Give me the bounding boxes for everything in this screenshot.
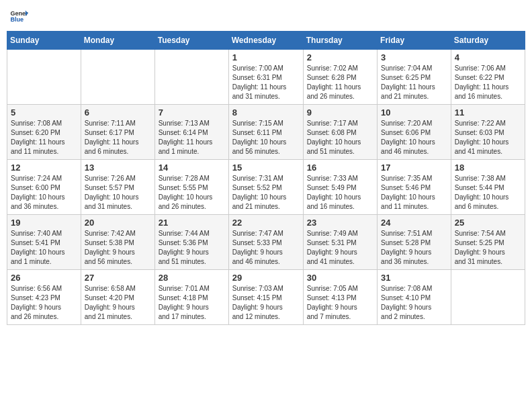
calendar-cell: 24Sunrise: 7:51 AM Sunset: 5:28 PM Dayli… xyxy=(378,215,451,270)
calendar-cell: 9Sunrise: 7:17 AM Sunset: 6:08 PM Daylig… xyxy=(303,105,377,160)
calendar-cell: 21Sunrise: 7:44 AM Sunset: 5:36 PM Dayli… xyxy=(154,215,228,270)
day-number: 11 xyxy=(455,107,521,118)
day-info: Sunrise: 7:35 AM Sunset: 5:46 PM Dayligh… xyxy=(381,174,447,212)
day-info: Sunrise: 7:51 AM Sunset: 5:28 PM Dayligh… xyxy=(381,229,447,267)
calendar-cell: 15Sunrise: 7:31 AM Sunset: 5:52 PM Dayli… xyxy=(228,160,303,215)
day-number: 20 xyxy=(85,218,151,228)
week-row-3: 12Sunrise: 7:24 AM Sunset: 6:00 PM Dayli… xyxy=(7,160,525,215)
calendar-cell: 20Sunrise: 7:42 AM Sunset: 5:38 PM Dayli… xyxy=(81,215,154,270)
day-number: 30 xyxy=(307,273,373,283)
day-number: 25 xyxy=(455,218,521,228)
day-number: 1 xyxy=(232,52,300,62)
calendar-cell: 10Sunrise: 7:20 AM Sunset: 6:06 PM Dayli… xyxy=(378,105,451,160)
day-info: Sunrise: 7:40 AM Sunset: 5:41 PM Dayligh… xyxy=(11,229,77,267)
day-number: 26 xyxy=(11,273,77,283)
weekday-row: SundayMondayTuesdayWednesdayThursdayFrid… xyxy=(7,32,525,50)
calendar-cell: 3Sunrise: 7:04 AM Sunset: 6:25 PM Daylig… xyxy=(378,50,451,105)
day-number: 15 xyxy=(232,163,300,173)
calendar-cell: 2Sunrise: 7:02 AM Sunset: 6:28 PM Daylig… xyxy=(303,50,377,105)
calendar-cell xyxy=(7,50,81,105)
day-info: Sunrise: 7:54 AM Sunset: 5:25 PM Dayligh… xyxy=(455,229,521,267)
day-info: Sunrise: 7:22 AM Sunset: 6:03 PM Dayligh… xyxy=(455,119,521,156)
day-number: 7 xyxy=(159,107,225,118)
day-number: 21 xyxy=(159,218,225,228)
day-info: Sunrise: 7:24 AM Sunset: 6:00 PM Dayligh… xyxy=(11,174,77,212)
calendar-cell: 22Sunrise: 7:47 AM Sunset: 5:33 PM Dayli… xyxy=(228,215,303,270)
week-row-5: 26Sunrise: 6:56 AM Sunset: 4:23 PM Dayli… xyxy=(7,270,525,325)
day-info: Sunrise: 7:17 AM Sunset: 6:08 PM Dayligh… xyxy=(307,119,373,156)
day-number: 31 xyxy=(381,273,447,283)
day-info: Sunrise: 7:42 AM Sunset: 5:38 PM Dayligh… xyxy=(85,229,151,267)
calendar-cell: 30Sunrise: 7:05 AM Sunset: 4:13 PM Dayli… xyxy=(303,270,377,325)
calendar-cell: 31Sunrise: 7:08 AM Sunset: 4:10 PM Dayli… xyxy=(378,270,451,325)
day-number: 24 xyxy=(381,218,447,228)
day-number: 8 xyxy=(232,107,300,118)
day-number: 14 xyxy=(159,163,225,173)
calendar-cell: 23Sunrise: 7:49 AM Sunset: 5:31 PM Dayli… xyxy=(303,215,377,270)
logo: General Blue xyxy=(9,7,28,26)
calendar-cell: 18Sunrise: 7:38 AM Sunset: 5:44 PM Dayli… xyxy=(451,160,525,215)
weekday-header-sunday: Sunday xyxy=(7,32,81,50)
calendar-cell: 4Sunrise: 7:06 AM Sunset: 6:22 PM Daylig… xyxy=(451,50,525,105)
calendar-cell: 11Sunrise: 7:22 AM Sunset: 6:03 PM Dayli… xyxy=(451,105,525,160)
page-header: General Blue xyxy=(7,7,525,26)
day-info: Sunrise: 7:13 AM Sunset: 6:14 PM Dayligh… xyxy=(159,119,225,156)
week-row-4: 19Sunrise: 7:40 AM Sunset: 5:41 PM Dayli… xyxy=(7,215,525,270)
calendar-cell xyxy=(81,50,154,105)
day-info: Sunrise: 7:15 AM Sunset: 6:11 PM Dayligh… xyxy=(232,119,300,156)
calendar-cell: 14Sunrise: 7:28 AM Sunset: 5:55 PM Dayli… xyxy=(154,160,228,215)
day-number: 5 xyxy=(11,107,77,118)
day-number: 4 xyxy=(455,52,521,62)
day-info: Sunrise: 7:08 AM Sunset: 4:10 PM Dayligh… xyxy=(381,284,447,322)
day-number: 17 xyxy=(381,163,447,173)
day-number: 3 xyxy=(381,52,447,62)
day-number: 23 xyxy=(307,218,373,228)
day-info: Sunrise: 7:38 AM Sunset: 5:44 PM Dayligh… xyxy=(455,174,521,212)
day-info: Sunrise: 7:08 AM Sunset: 6:20 PM Dayligh… xyxy=(11,119,77,156)
day-info: Sunrise: 7:06 AM Sunset: 6:22 PM Dayligh… xyxy=(455,64,521,101)
day-number: 27 xyxy=(85,273,151,283)
day-info: Sunrise: 6:56 AM Sunset: 4:23 PM Dayligh… xyxy=(11,284,77,322)
calendar-cell: 12Sunrise: 7:24 AM Sunset: 6:00 PM Dayli… xyxy=(7,160,81,215)
weekday-header-tuesday: Tuesday xyxy=(154,32,228,50)
weekday-header-thursday: Thursday xyxy=(303,32,377,50)
calendar-cell: 13Sunrise: 7:26 AM Sunset: 5:57 PM Dayli… xyxy=(81,160,154,215)
day-info: Sunrise: 7:11 AM Sunset: 6:17 PM Dayligh… xyxy=(85,119,151,156)
day-info: Sunrise: 7:00 AM Sunset: 6:31 PM Dayligh… xyxy=(232,64,300,101)
week-row-1: 1Sunrise: 7:00 AM Sunset: 6:31 PM Daylig… xyxy=(7,50,525,105)
calendar-cell xyxy=(154,50,228,105)
day-info: Sunrise: 6:58 AM Sunset: 4:20 PM Dayligh… xyxy=(85,284,151,322)
day-info: Sunrise: 7:04 AM Sunset: 6:25 PM Dayligh… xyxy=(381,64,447,101)
day-number: 29 xyxy=(232,273,300,283)
day-info: Sunrise: 7:05 AM Sunset: 4:13 PM Dayligh… xyxy=(307,284,373,322)
day-number: 19 xyxy=(11,218,77,228)
svg-text:Blue: Blue xyxy=(10,16,24,23)
calendar-cell: 6Sunrise: 7:11 AM Sunset: 6:17 PM Daylig… xyxy=(81,105,154,160)
calendar-cell: 26Sunrise: 6:56 AM Sunset: 4:23 PM Dayli… xyxy=(7,270,81,325)
calendar-cell: 28Sunrise: 7:01 AM Sunset: 4:18 PM Dayli… xyxy=(154,270,228,325)
day-info: Sunrise: 7:33 AM Sunset: 5:49 PM Dayligh… xyxy=(307,174,373,212)
calendar-cell: 1Sunrise: 7:00 AM Sunset: 6:31 PM Daylig… xyxy=(228,50,303,105)
calendar-header: SundayMondayTuesdayWednesdayThursdayFrid… xyxy=(7,32,525,50)
day-number: 6 xyxy=(85,107,151,118)
day-info: Sunrise: 7:20 AM Sunset: 6:06 PM Dayligh… xyxy=(381,119,447,156)
calendar-cell xyxy=(451,270,525,325)
calendar-cell: 19Sunrise: 7:40 AM Sunset: 5:41 PM Dayli… xyxy=(7,215,81,270)
calendar-table: SundayMondayTuesdayWednesdayThursdayFrid… xyxy=(7,31,525,325)
day-number: 10 xyxy=(381,107,447,118)
day-number: 12 xyxy=(11,163,77,173)
week-row-2: 5Sunrise: 7:08 AM Sunset: 6:20 PM Daylig… xyxy=(7,105,525,160)
day-number: 22 xyxy=(232,218,300,228)
calendar-cell: 5Sunrise: 7:08 AM Sunset: 6:20 PM Daylig… xyxy=(7,105,81,160)
weekday-header-wednesday: Wednesday xyxy=(228,32,303,50)
day-info: Sunrise: 7:47 AM Sunset: 5:33 PM Dayligh… xyxy=(232,229,300,267)
day-number: 9 xyxy=(307,107,373,118)
calendar-cell: 29Sunrise: 7:03 AM Sunset: 4:15 PM Dayli… xyxy=(228,270,303,325)
day-info: Sunrise: 7:03 AM Sunset: 4:15 PM Dayligh… xyxy=(232,284,300,322)
day-number: 28 xyxy=(159,273,225,283)
logo-icon: General Blue xyxy=(9,7,28,26)
calendar-cell: 25Sunrise: 7:54 AM Sunset: 5:25 PM Dayli… xyxy=(451,215,525,270)
day-info: Sunrise: 7:26 AM Sunset: 5:57 PM Dayligh… xyxy=(85,174,151,212)
day-info: Sunrise: 7:28 AM Sunset: 5:55 PM Dayligh… xyxy=(159,174,225,212)
calendar-cell: 8Sunrise: 7:15 AM Sunset: 6:11 PM Daylig… xyxy=(228,105,303,160)
